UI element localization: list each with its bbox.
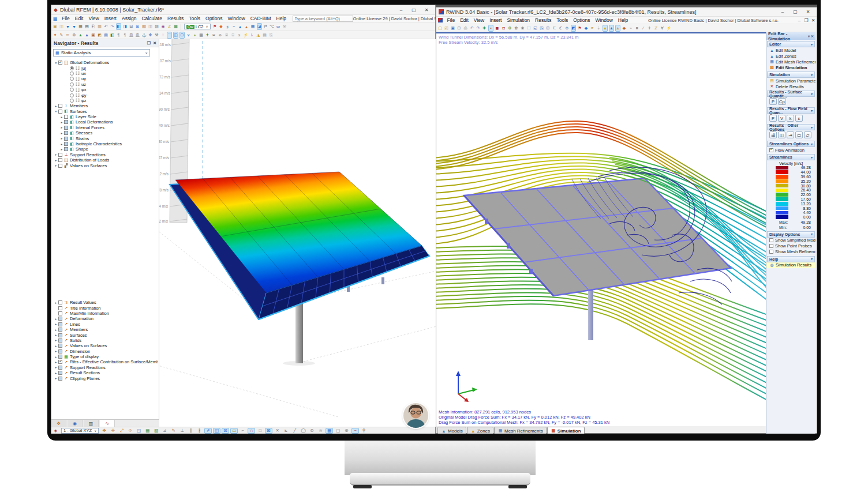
toolbar-icon[interactable]: ▣ — [53, 23, 58, 30]
toolbar-icon[interactable]: 血 — [129, 32, 134, 39]
menu-item[interactable]: Insert — [487, 17, 504, 23]
toolbar-icon[interactable]: ✛ — [647, 25, 652, 32]
toolbar-icon[interactable]: ▩ — [199, 32, 204, 39]
toolbar-icon[interactable]: ⊟ — [129, 23, 134, 30]
tree-item[interactable]: ⟦⟧ uz — [53, 82, 158, 87]
status-icon[interactable]: ◫ — [213, 428, 220, 434]
toolbar-icon[interactable]: ▦ — [78, 23, 83, 30]
toolbar-icon[interactable]: ⎙ — [463, 25, 468, 32]
caret-icon[interactable]: ▸ — [54, 355, 58, 359]
menu-item[interactable]: Results — [533, 17, 554, 23]
menu-item[interactable]: Options — [571, 17, 593, 23]
toolbar-icon[interactable]: ◘ — [501, 25, 506, 32]
option-button[interactable]: ⇥ — [787, 131, 794, 138]
toolbar-icon[interactable]: ↶ — [469, 25, 474, 32]
toolbar-icon[interactable]: ✚ — [482, 25, 487, 32]
minimize-button[interactable]: – — [776, 9, 789, 14]
menu-item[interactable]: Help — [615, 17, 630, 23]
caret-icon[interactable]: ▸ — [54, 164, 58, 167]
status-icon[interactable]: ✎ — [170, 428, 177, 434]
toolbar-icon[interactable]: ◧ — [110, 32, 115, 39]
option-button[interactable]: ⇶ — [769, 131, 777, 138]
toolbar-icon[interactable]: ⇄ — [263, 23, 268, 30]
tree-item[interactable]: ▸ ▦ Type of display — [53, 354, 158, 359]
tree-item[interactable]: ▸ ◧ Isotropic Characteristics — [53, 141, 158, 146]
toolbar-icon[interactable]: ◫ — [59, 23, 64, 30]
panel-item[interactable]: ✕ Delete Results — [766, 84, 815, 89]
caret-icon[interactable]: ▸ — [54, 322, 58, 326]
caret-icon[interactable]: ▾ — [54, 110, 58, 113]
checkbox[interactable] — [769, 238, 773, 242]
toolbar-icon[interactable]: ⇣ — [596, 25, 601, 32]
close-button[interactable]: ✕ — [420, 7, 433, 13]
flow-animation-option[interactable]: ✓ Flow Animation — [766, 147, 815, 153]
toolbar-icon[interactable]: ≎ — [218, 32, 223, 39]
tree-checkbox[interactable] — [58, 328, 62, 332]
toolbar-icon[interactable]: ■ — [634, 25, 639, 32]
toolbar-icon[interactable]: ⇂ — [249, 32, 255, 39]
toolbar-icon[interactable]: ◨ — [122, 23, 128, 30]
toolbar-icon[interactable]: ✿ — [514, 25, 519, 32]
toolbar-icon[interactable]: ✒ — [590, 25, 595, 32]
tree-checkbox[interactable] — [58, 104, 62, 108]
toolbar-icon[interactable]: ⎗ — [91, 23, 96, 30]
rwind-titlebar[interactable]: RWIND 3.04 Basic - [Solar Tracker.rf6_LC… — [436, 7, 817, 17]
tree-checkbox[interactable] — [70, 82, 74, 86]
toolbar-icon[interactable]: ▲ — [238, 23, 243, 30]
caret-icon[interactable]: ▸ — [54, 366, 58, 369]
close-icon[interactable]: ✕ — [153, 41, 156, 46]
view-tab[interactable]: ▦ Mesh Refinements — [494, 427, 547, 434]
tree-checkbox[interactable] — [70, 66, 74, 70]
toolbar-icon[interactable]: ▲ — [244, 23, 249, 30]
tree-item[interactable]: ▸ ↗ Dimension — [53, 349, 158, 354]
toolbar-icon[interactable]: ⚙ — [72, 32, 77, 39]
toolbar-icon[interactable]: ◆ — [219, 23, 224, 30]
status-icon[interactable]: □ — [256, 428, 264, 434]
toolbar-icon[interactable]: ⌒ — [167, 32, 172, 39]
tree-checkbox[interactable] — [58, 153, 62, 157]
toolbar-icon[interactable]: ∀ — [660, 25, 665, 32]
checkbox[interactable]: ✓ — [769, 148, 773, 152]
tree-checkbox[interactable] — [58, 333, 62, 337]
status-icon[interactable]: ▢ — [334, 428, 342, 434]
toolbar-icon[interactable]: ▧ — [141, 23, 147, 30]
panel-item[interactable]: ▨ Edit Simulation — [766, 65, 815, 70]
toolbar-icon[interactable]: ▼ — [72, 23, 77, 30]
view-tab[interactable]: ▦ Simulation — [547, 427, 585, 434]
tree-item[interactable]: ▸ ◧ Layer Side — [53, 114, 158, 119]
toolbar-icon[interactable]: ∨ — [186, 32, 191, 39]
status-icon[interactable]: ∥ — [187, 428, 194, 434]
section-help[interactable]: Help▾ — [767, 256, 815, 262]
toolbar-icon[interactable]: ⊞ — [545, 25, 551, 32]
quantity-button[interactable]: ε — [795, 115, 803, 122]
toolbar-icon[interactable]: ℭ — [558, 25, 563, 32]
toolbar-icon[interactable]: ◧ — [116, 23, 121, 30]
toolbar-icon[interactable]: ▲ — [78, 32, 83, 39]
menu-item[interactable]: Insert — [102, 16, 119, 21]
toolbar-icon[interactable]: ⊟ — [457, 25, 462, 32]
toolbar-icon[interactable]: ⌹ — [230, 32, 235, 39]
toolbar-icon[interactable]: ⌥ — [270, 23, 275, 30]
toolbar-icon[interactable]: ◩ — [571, 25, 576, 32]
status-icon[interactable]: ✥ — [100, 428, 108, 434]
caret-icon[interactable]: ▸ — [59, 142, 64, 146]
tree-item[interactable]: ▸ ◧ Strains — [53, 136, 158, 141]
mdi-close-button[interactable]: ✕ — [810, 18, 817, 23]
toolbar-icon[interactable]: ◮ — [256, 32, 261, 39]
section-editor[interactable]: Editor▾ — [767, 41, 815, 47]
toolbar-icon[interactable]: ▤ — [262, 32, 267, 39]
toolbar-icon[interactable]: ▣ — [91, 32, 96, 39]
tree-item[interactable]: ⟦⟧ uy — [53, 76, 158, 81]
option-button[interactable]: ◫ — [778, 131, 785, 138]
rfem-titlebar[interactable]: ◆ Dlubal RFEM | 6.10.0008 | Solar_Tracke… — [51, 5, 435, 15]
toolbar-icon[interactable]: ⚑ — [212, 23, 218, 30]
tree-checkbox[interactable] — [64, 142, 68, 146]
tree-checkbox[interactable] — [64, 115, 68, 119]
toolbar-icon[interactable]: ⌸ — [224, 32, 229, 39]
toolbar-icon[interactable]: ↶ — [103, 23, 108, 30]
toolbar-icon[interactable]: ⌁ — [628, 25, 633, 32]
toolbar-icon[interactable]: ⚡ — [243, 32, 248, 39]
menu-item[interactable]: Help — [274, 16, 289, 21]
tree-item[interactable]: ▸ ⟦⟧ Distribution of Loads — [53, 157, 158, 163]
option-button[interactable]: ▭ — [795, 131, 803, 138]
